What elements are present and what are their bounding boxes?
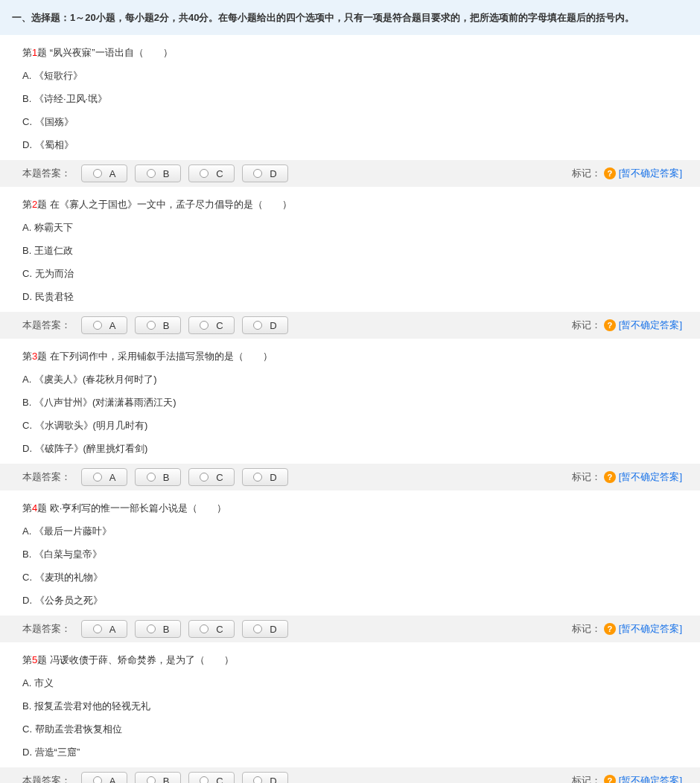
radio-icon <box>147 624 156 633</box>
question-option: D. 《公务员之死》 <box>22 593 700 609</box>
question-title: 第4题 欧·亨利写的惟一一部长篇小说是（ ） <box>22 501 700 517</box>
question-block: 第3题 在下列词作中，采用铺叙手法描写景物的是（ ） A. 《虞美人》(春花秋月… <box>0 339 700 456</box>
answer-left: 本题答案： A B C D <box>22 164 288 182</box>
answer-button-d[interactable]: D <box>242 620 288 638</box>
answer-right: 标记： ? [暂不确定答案] <box>572 167 691 180</box>
answer-letter: D <box>270 776 276 783</box>
q-stem: 欧·亨利写的惟一一部长篇小说是（ ） <box>50 502 227 514</box>
mark-label: 标记： <box>572 167 601 180</box>
question-option: B. 王道仁政 <box>22 243 700 259</box>
help-icon[interactable]: ? <box>604 319 616 331</box>
q-prefix: 第 <box>22 502 32 514</box>
radio-icon <box>253 473 262 482</box>
answer-label: 本题答案： <box>22 167 71 180</box>
question-block: 第4题 欧·亨利写的惟一一部长篇小说是（ ） A. 《最后一片藤叶》 B. 《白… <box>0 490 700 608</box>
question-option: D. 《蜀相》 <box>22 138 700 153</box>
radio-icon <box>253 321 262 330</box>
answer-button-b[interactable]: B <box>135 620 181 638</box>
section-header: 一、选择题：1～20小题，每小题2分，共40分。在每小题给出的四个选项中，只有一… <box>0 0 700 35</box>
uncertain-answer-link[interactable]: [暂不确定答案] <box>619 167 682 180</box>
radio-icon <box>147 169 156 178</box>
help-icon[interactable]: ? <box>604 775 616 783</box>
answer-left: 本题答案： A B C D <box>22 772 288 783</box>
radio-icon <box>93 776 102 783</box>
question-option: D. 营造“三窟” <box>22 745 700 761</box>
question-block: 第5题 冯谖收债于薛、矫命焚券，是为了（ ） A. 市义 B. 报复孟尝君对他的… <box>0 642 700 760</box>
help-icon[interactable]: ? <box>604 167 616 179</box>
q-prefix: 第 <box>22 654 32 665</box>
q-stem: 冯谖收债于薛、矫命焚券，是为了（ ） <box>50 654 234 665</box>
answer-letter: D <box>270 472 276 483</box>
mark-label: 标记： <box>572 319 601 332</box>
answer-button-c[interactable]: C <box>188 468 235 486</box>
mark-label: 标记： <box>572 622 601 636</box>
answer-button-c[interactable]: C <box>188 164 235 182</box>
q-prefix: 第 <box>22 351 32 362</box>
answer-button-d[interactable]: D <box>242 772 288 783</box>
answer-right: 标记： ? [暂不确定答案] <box>572 319 691 332</box>
question-option: C. 《国殇》 <box>22 115 700 130</box>
answer-left: 本题答案： A B C D <box>22 620 288 638</box>
radio-icon <box>200 624 209 633</box>
question-option: C. 《麦琪的礼物》 <box>22 570 700 586</box>
radio-icon <box>200 776 209 783</box>
answer-button-a[interactable]: A <box>81 620 127 638</box>
uncertain-answer-link[interactable]: [暂不确定答案] <box>619 774 682 783</box>
answer-button-d[interactable]: D <box>242 316 288 334</box>
radio-icon <box>253 169 262 178</box>
q-stem: 在下列词作中，采用铺叙手法描写景物的是（ ） <box>50 351 273 362</box>
question-block: 第2题 在《寡人之于国也》一文中，孟子尽力倡导的是（ ） A. 称霸天下 B. … <box>0 187 700 304</box>
answer-right: 标记： ? [暂不确定答案] <box>572 774 691 783</box>
radio-icon <box>200 169 209 178</box>
question-option: C. 无为而治 <box>22 266 700 282</box>
help-icon[interactable]: ? <box>604 623 616 635</box>
uncertain-answer-link[interactable]: [暂不确定答案] <box>619 470 682 484</box>
q-prefix: 第 <box>22 47 32 58</box>
answer-button-c[interactable]: C <box>188 772 235 783</box>
radio-icon <box>147 321 156 330</box>
answer-letter: C <box>216 472 223 483</box>
answer-button-d[interactable]: D <box>242 164 288 182</box>
answer-button-b[interactable]: B <box>135 164 181 182</box>
q-suffix: 题 <box>37 502 47 514</box>
uncertain-answer-link[interactable]: [暂不确定答案] <box>619 319 682 332</box>
answer-button-a[interactable]: A <box>81 468 127 486</box>
answer-button-a[interactable]: A <box>81 164 127 182</box>
q-suffix: 题 <box>37 654 47 665</box>
answer-letter: A <box>109 168 116 179</box>
radio-icon <box>200 321 209 330</box>
answer-button-a[interactable]: A <box>81 772 127 783</box>
answer-letter: B <box>163 472 170 483</box>
answer-label: 本题答案： <box>22 319 71 332</box>
answer-letter: D <box>270 320 276 331</box>
answer-button-c[interactable]: C <box>188 620 235 638</box>
mark-label: 标记： <box>572 774 601 783</box>
answer-button-b[interactable]: B <box>135 316 181 334</box>
question-block: 第1题 “夙兴夜寐”一语出自（ ） A. 《短歌行》 B. 《诗经·卫风·氓》 … <box>0 35 700 153</box>
answer-letter: C <box>216 776 223 783</box>
question-option: C. 帮助孟尝君恢复相位 <box>22 722 700 738</box>
q-stem: 在《寡人之于国也》一文中，孟子尽力倡导的是（ ） <box>50 199 292 210</box>
q-suffix: 题 <box>37 199 47 210</box>
radio-icon <box>93 321 102 330</box>
question-option: B. 报复孟尝君对他的轻视无礼 <box>22 699 700 715</box>
answer-left: 本题答案： A B C D <box>22 316 288 334</box>
answer-button-b[interactable]: B <box>135 468 181 486</box>
question-title: 第1题 “夙兴夜寐”一语出自（ ） <box>22 45 700 61</box>
answer-button-d[interactable]: D <box>242 468 288 486</box>
answer-letter: D <box>270 624 276 635</box>
answer-label: 本题答案： <box>22 622 71 636</box>
radio-icon <box>253 624 262 633</box>
uncertain-answer-link[interactable]: [暂不确定答案] <box>619 622 682 636</box>
radio-icon <box>253 776 262 783</box>
q-suffix: 题 <box>37 351 47 362</box>
answer-button-a[interactable]: A <box>81 316 127 334</box>
answer-button-b[interactable]: B <box>135 772 181 783</box>
question-title: 第5题 冯谖收债于薛、矫命焚券，是为了（ ） <box>22 653 700 668</box>
help-icon[interactable]: ? <box>604 471 616 483</box>
answer-letter: A <box>109 624 116 635</box>
answer-right: 标记： ? [暂不确定答案] <box>572 622 691 636</box>
answer-button-c[interactable]: C <box>188 316 235 334</box>
answer-bar: 本题答案： A B C D 标记： ? [暂不确定答案] <box>0 312 700 339</box>
answer-label: 本题答案： <box>22 470 71 484</box>
